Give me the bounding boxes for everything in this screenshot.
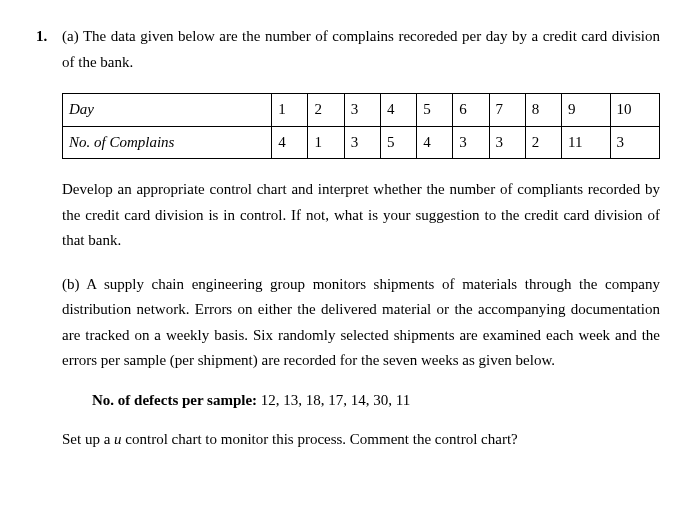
task-prefix: Set up a bbox=[62, 431, 114, 447]
complaints-table: Day 1 2 3 4 5 6 7 8 9 10 No. of Complain… bbox=[62, 93, 660, 159]
section-gap bbox=[62, 260, 660, 272]
cell: 1 bbox=[272, 94, 308, 127]
document-page: 1. (a) The data given below are the numb… bbox=[0, 0, 696, 483]
cell: 4 bbox=[272, 126, 308, 159]
cell: 1 bbox=[308, 126, 344, 159]
cell: 10 bbox=[610, 94, 660, 127]
defects-line: No. of defects per sample: 12, 13, 18, 1… bbox=[92, 388, 660, 414]
question-number: 1. bbox=[36, 24, 62, 50]
cell: 3 bbox=[489, 126, 525, 159]
cell: 8 bbox=[525, 94, 561, 127]
task-suffix: control chart to monitor this process. C… bbox=[122, 431, 518, 447]
part-a-task: Develop an appropriate control chart and… bbox=[62, 177, 660, 254]
defects-label: No. of defects per sample: bbox=[92, 392, 257, 408]
row-label-day: Day bbox=[63, 94, 272, 127]
part-a-intro: (a) The data given below are the number … bbox=[62, 24, 660, 75]
cell: 7 bbox=[489, 94, 525, 127]
cell: 4 bbox=[417, 126, 453, 159]
cell: 2 bbox=[308, 94, 344, 127]
part-b-intro: (b) A supply chain engineering group mon… bbox=[62, 272, 660, 374]
cell: 11 bbox=[562, 126, 611, 159]
cell: 5 bbox=[417, 94, 453, 127]
cell: 2 bbox=[525, 126, 561, 159]
defects-values: 12, 13, 18, 17, 14, 30, 11 bbox=[257, 392, 410, 408]
part-b-task: Set up a u control chart to monitor this… bbox=[62, 427, 660, 453]
cell: 5 bbox=[380, 126, 416, 159]
cell: 3 bbox=[610, 126, 660, 159]
table-row: Day 1 2 3 4 5 6 7 8 9 10 bbox=[63, 94, 660, 127]
cell: 3 bbox=[453, 126, 489, 159]
cell: 3 bbox=[344, 126, 380, 159]
cell: 4 bbox=[380, 94, 416, 127]
cell: 6 bbox=[453, 94, 489, 127]
cell: 3 bbox=[344, 94, 380, 127]
cell: 9 bbox=[562, 94, 611, 127]
question-body: (a) The data given below are the number … bbox=[62, 24, 660, 459]
question-block: 1. (a) The data given below are the numb… bbox=[36, 24, 660, 459]
table-row: No. of Complains 4 1 3 5 4 3 3 2 11 3 bbox=[63, 126, 660, 159]
u-variable: u bbox=[114, 431, 122, 447]
row-label-complains: No. of Complains bbox=[63, 126, 272, 159]
